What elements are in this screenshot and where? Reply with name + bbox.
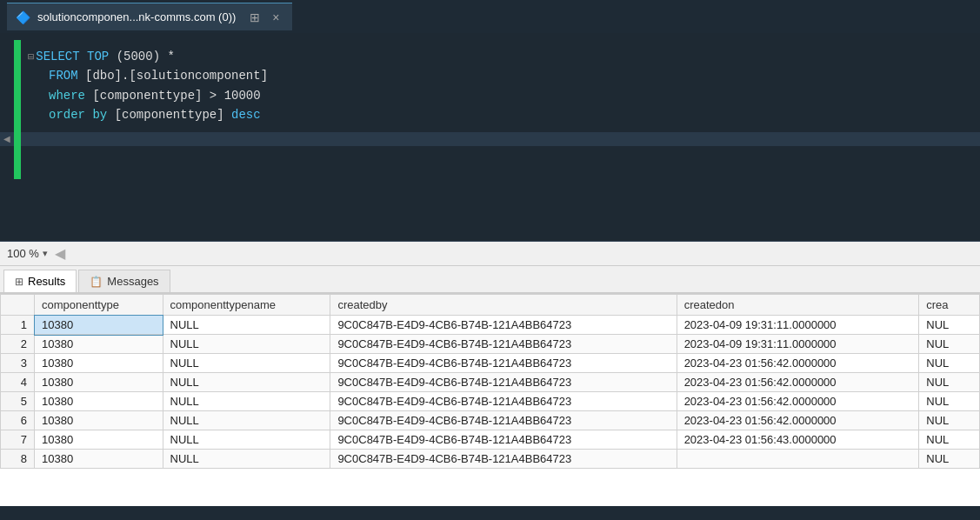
cell-rownum[interactable]: 6 [1, 411, 35, 430]
cell-createdon[interactable]: 2023-04-09 19:31:11.0000000 [677, 335, 919, 354]
kw-from: FROM [49, 66, 85, 85]
cell-createdon[interactable]: 2023-04-23 01:56:42.0000000 [677, 373, 919, 392]
sql-code-block[interactable]: ⊟SELECT TOP (5000) * FROM [dbo].[solutio… [0, 40, 980, 132]
tab-actions: ⊞ × [246, 9, 283, 26]
cell-componenttype[interactable]: 10380 [35, 450, 163, 469]
cell-componenttype[interactable]: 10380 [35, 354, 163, 373]
tab-title: solutioncomponen...nk-comms.com (0)) [37, 10, 236, 23]
sql-editor: ⊟SELECT TOP (5000) * FROM [dbo].[solutio… [0, 33, 980, 242]
kw-order: order by [49, 105, 115, 124]
cell-typename[interactable]: NULL [163, 316, 330, 335]
cell-rownum[interactable]: 5 [1, 392, 35, 411]
cell-componenttype[interactable]: 10380 [35, 316, 163, 335]
cell-typename[interactable]: NULL [163, 335, 330, 354]
results-tab-label: Results [28, 275, 65, 288]
cell-rownum[interactable]: 4 [1, 373, 35, 392]
collapse-icon[interactable]: ⊟ [28, 50, 34, 66]
cell-crea[interactable]: NUL [919, 316, 980, 335]
cell-createdby[interactable]: 9C0C847B-E4D9-4CB6-B74B-121A4BB64723 [330, 411, 677, 430]
table-body: 110380NULL9C0C847B-E4D9-4CB6-B74B-121A4B… [1, 316, 980, 469]
cell-createdby[interactable]: 9C0C847B-E4D9-4CB6-B74B-121A4BB64723 [330, 430, 677, 450]
sql-line-3: where [componenttype] > 10000 [49, 86, 966, 105]
messages-tab-icon: 📋 [90, 276, 103, 288]
cell-crea[interactable]: NUL [919, 450, 980, 469]
table-row[interactable]: 110380NULL9C0C847B-E4D9-4CB6-B74B-121A4B… [1, 316, 980, 335]
table-row[interactable]: 810380NULL9C0C847B-E4D9-4CB6-B74B-121A4B… [1, 450, 980, 469]
tab-results[interactable]: ⊞ Results [3, 270, 77, 292]
col-header-createdby[interactable]: createdby [330, 295, 677, 316]
active-line-indicator [14, 40, 21, 179]
star: * [160, 47, 175, 66]
cell-createdon[interactable] [677, 450, 919, 469]
cell-typename[interactable]: NULL [163, 411, 330, 430]
cell-componenttype[interactable]: 10380 [35, 411, 163, 430]
cell-crea[interactable]: NUL [919, 354, 980, 373]
top-count: (5000) [117, 47, 160, 66]
scroll-left-icon[interactable]: ◀ [3, 134, 10, 143]
sql-line-2: FROM [dbo].[solutioncomponent] [49, 66, 966, 85]
cell-createdon[interactable]: 2023-04-23 01:56:42.0000000 [677, 354, 919, 373]
cell-rownum[interactable]: 7 [1, 430, 35, 450]
cell-crea[interactable]: NUL [919, 373, 980, 392]
messages-tab-label: Messages [107, 275, 158, 288]
pin-button[interactable]: ⊞ [246, 9, 263, 26]
where-condition: [componenttype] > 10000 [92, 86, 260, 105]
results-area: componenttype componenttypename createdb… [0, 294, 980, 506]
results-tab-icon: ⊞ [15, 276, 23, 288]
cell-componenttype[interactable]: 10380 [35, 430, 163, 450]
close-button[interactable]: × [269, 9, 283, 26]
tab-messages[interactable]: 📋 Messages [78, 270, 170, 292]
cell-createdon[interactable]: 2023-04-23 01:56:43.0000000 [677, 430, 919, 450]
cell-typename[interactable]: NULL [163, 392, 330, 411]
cell-createdon[interactable]: 2023-04-23 01:56:42.0000000 [677, 392, 919, 411]
table-row[interactable]: 210380NULL9C0C847B-E4D9-4CB6-B74B-121A4B… [1, 335, 980, 354]
cell-crea[interactable]: NUL [919, 335, 980, 354]
title-bar: 🔷 solutioncomponen...nk-comms.com (0)) ⊞… [0, 0, 980, 33]
cell-componenttype[interactable]: 10380 [35, 335, 163, 354]
table-row[interactable]: 610380NULL9C0C847B-E4D9-4CB6-B74B-121A4B… [1, 411, 980, 430]
col-header-componenttypename[interactable]: componenttypename [163, 295, 330, 316]
cell-typename[interactable]: NULL [163, 430, 330, 450]
kw-select: SELECT TOP [36, 47, 116, 66]
cell-crea[interactable]: NUL [919, 411, 980, 430]
cell-typename[interactable]: NULL [163, 373, 330, 392]
cell-createdon[interactable]: 2023-04-23 01:56:42.0000000 [677, 411, 919, 430]
cell-crea[interactable]: NUL [919, 430, 980, 450]
col-header-rownum [1, 295, 35, 316]
table-row[interactable]: 310380NULL9C0C847B-E4D9-4CB6-B74B-121A4B… [1, 354, 980, 373]
editor-scrollbar[interactable]: ◀ [0, 132, 980, 146]
table-row[interactable]: 510380NULL9C0C847B-E4D9-4CB6-B74B-121A4B… [1, 392, 980, 411]
zoom-dropdown-arrow[interactable]: ▾ [43, 248, 48, 259]
cell-createdby[interactable]: 9C0C847B-E4D9-4CB6-B74B-121A4BB64723 [330, 392, 677, 411]
col-header-createdon[interactable]: createdon [677, 295, 919, 316]
table-header-row: componenttype componenttypename createdb… [1, 295, 980, 316]
cell-rownum[interactable]: 8 [1, 450, 35, 469]
cell-componenttype[interactable]: 10380 [35, 373, 163, 392]
kw-where: where [49, 86, 92, 105]
tab-icon: 🔷 [16, 10, 30, 24]
kw-desc: desc [231, 105, 261, 124]
cell-createdby[interactable]: 9C0C847B-E4D9-4CB6-B74B-121A4BB64723 [330, 316, 677, 335]
cell-componenttype[interactable]: 10380 [35, 392, 163, 411]
results-tab-bar: ⊞ Results 📋 Messages [0, 266, 980, 294]
cell-rownum[interactable]: 3 [1, 354, 35, 373]
scroll-left-arrow[interactable]: ◀ [55, 245, 65, 262]
cell-createdby[interactable]: 9C0C847B-E4D9-4CB6-B74B-121A4BB64723 [330, 373, 677, 392]
table-row[interactable]: 710380NULL9C0C847B-E4D9-4CB6-B74B-121A4B… [1, 430, 980, 450]
cell-createdby[interactable]: 9C0C847B-E4D9-4CB6-B74B-121A4BB64723 [330, 354, 677, 373]
table-row[interactable]: 410380NULL9C0C847B-E4D9-4CB6-B74B-121A4B… [1, 373, 980, 392]
query-tab[interactable]: 🔷 solutioncomponen...nk-comms.com (0)) ⊞… [7, 3, 292, 30]
cell-typename[interactable]: NULL [163, 354, 330, 373]
results-table: componenttype componenttypename createdb… [0, 294, 980, 469]
cell-typename[interactable]: NULL [163, 450, 330, 469]
sql-line-1: ⊟SELECT TOP (5000) * [28, 47, 966, 66]
cell-createdby[interactable]: 9C0C847B-E4D9-4CB6-B74B-121A4BB64723 [330, 450, 677, 469]
zoom-level: 100 % [7, 247, 39, 260]
cell-rownum[interactable]: 1 [1, 316, 35, 335]
cell-createdby[interactable]: 9C0C847B-E4D9-4CB6-B74B-121A4BB64723 [330, 335, 677, 354]
cell-rownum[interactable]: 2 [1, 335, 35, 354]
col-header-crea[interactable]: crea [919, 295, 980, 316]
cell-createdon[interactable]: 2023-04-09 19:31:11.0000000 [677, 316, 919, 335]
cell-crea[interactable]: NUL [919, 392, 980, 411]
col-header-componenttype[interactable]: componenttype [35, 295, 163, 316]
